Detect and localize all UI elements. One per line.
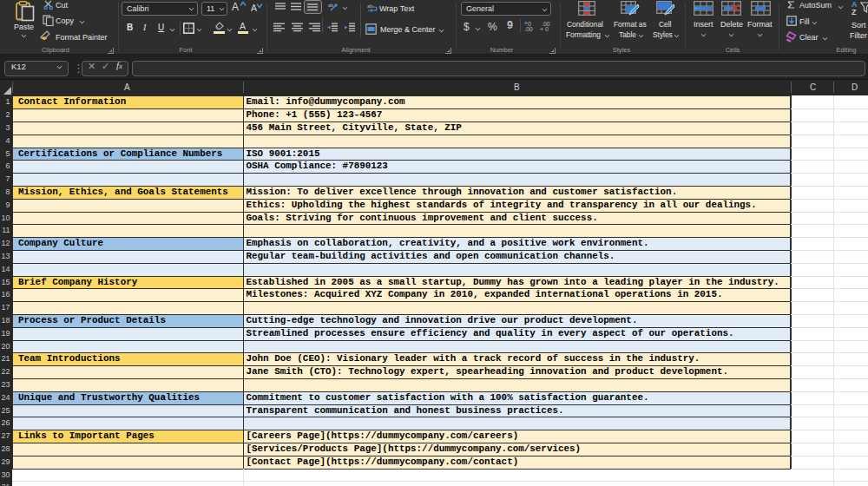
svg-text:.00: .00 [524, 26, 533, 32]
svg-text:0: 0 [528, 21, 531, 27]
svg-text:ab: ab [367, 3, 373, 9]
svg-text:ab: ab [328, 3, 333, 8]
svg-text:0: 0 [545, 26, 549, 32]
